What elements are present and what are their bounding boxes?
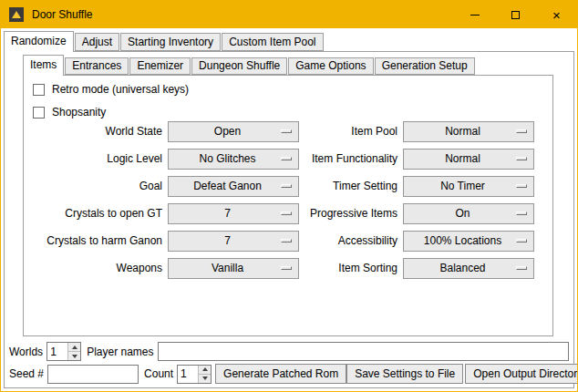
- progressive-items-label: Progressive Items: [306, 207, 397, 220]
- weapons-label: Weapons: [26, 262, 162, 274]
- spin-buttons: [67, 343, 80, 360]
- tab-dungeon-shuffle[interactable]: Dungeon Shuffle: [191, 57, 287, 75]
- checkbox-box: [33, 84, 45, 96]
- world-state-dropdown[interactable]: Open: [168, 121, 299, 142]
- worlds-spinbox[interactable]: [46, 342, 81, 361]
- crystals-harm-ganon-label: Crystals to harm Ganon: [26, 234, 162, 247]
- dropdown-indicator-icon: [516, 129, 527, 133]
- worlds-row: Worlds Player names: [9, 342, 569, 361]
- dropdown-value: Normal: [404, 125, 516, 138]
- outer-tab-bar: Randomize Adjust Starting Inventory Cust…: [4, 30, 325, 51]
- progressive-items-dropdown[interactable]: On: [403, 203, 534, 224]
- open-output-directory-button[interactable]: Open Output Directory: [465, 364, 578, 384]
- tab-randomize[interactable]: Randomize: [4, 31, 74, 52]
- timer-setting-dropdown[interactable]: No Timer: [403, 176, 534, 197]
- arrow-down-icon: [202, 377, 208, 380]
- tab-generation-setup[interactable]: Generation Setup: [375, 57, 475, 75]
- dropdown-indicator-icon: [516, 211, 527, 215]
- spin-down-button[interactable]: [199, 375, 211, 383]
- dropdown-indicator-icon: [516, 157, 527, 160]
- save-settings-button[interactable]: Save Settings to File: [346, 364, 463, 384]
- minimize-icon: [470, 15, 480, 15]
- worlds-input[interactable]: [47, 343, 67, 360]
- worlds-label: Worlds: [9, 346, 43, 358]
- checkbox-box: [33, 107, 45, 119]
- field-row: Goal Defeat Ganon Timer Setting No Timer: [26, 172, 551, 200]
- player-names-label: Player names: [87, 346, 153, 358]
- app-icon: [9, 7, 24, 22]
- tab-starting-inventory[interactable]: Starting Inventory: [120, 33, 221, 51]
- tab-items[interactable]: Items: [23, 55, 64, 76]
- tab-game-options[interactable]: Game Options: [288, 57, 373, 75]
- goal-dropdown[interactable]: Defeat Ganon: [168, 176, 299, 197]
- inner-tab-bar: Items Entrances Enemizer Dungeon Shuffle…: [23, 55, 476, 75]
- seed-row: Seed # Count Generate Patched Rom Save S…: [9, 364, 569, 384]
- dropdown-indicator-icon: [516, 266, 527, 270]
- randomize-tab-panel: Items Entrances Enemizer Dungeon Shuffle…: [4, 51, 574, 388]
- dropdown-value: 7: [169, 207, 281, 220]
- dropdown-value: 100% Locations: [404, 234, 516, 247]
- arrow-up-icon: [72, 346, 77, 349]
- tab-entrances[interactable]: Entrances: [65, 57, 129, 75]
- seed-input[interactable]: [47, 365, 139, 384]
- dropdown-value: Balanced: [404, 262, 516, 274]
- dropdown-indicator-icon: [281, 239, 292, 242]
- tab-custom-item-pool[interactable]: Custom Item Pool: [222, 33, 323, 51]
- maximize-icon: [511, 11, 520, 19]
- checkbox-label: Shopsanity: [52, 106, 106, 119]
- dropdown-indicator-icon: [281, 266, 292, 270]
- item-sorting-label: Item Sorting: [306, 262, 397, 274]
- accessibility-dropdown[interactable]: 100% Locations: [403, 231, 534, 252]
- field-row: Weapons Vanilla Item Sorting Balanced: [26, 254, 551, 282]
- triforce-icon: [12, 11, 21, 18]
- logic-level-dropdown[interactable]: No Glitches: [168, 149, 299, 170]
- window-title: Door Shuffle: [32, 8, 93, 21]
- field-row: Crystals to harm Ganon 7 Accessibility 1…: [26, 227, 551, 254]
- dropdown-indicator-icon: [281, 211, 292, 215]
- arrow-down-icon: [72, 355, 77, 358]
- spin-up-button[interactable]: [68, 343, 80, 352]
- dropdown-value: Defeat Ganon: [169, 180, 281, 192]
- window-controls: ×: [454, 1, 577, 28]
- item-pool-dropdown[interactable]: Normal: [403, 121, 534, 142]
- dropdown-value: On: [404, 207, 516, 220]
- count-spinbox[interactable]: [177, 365, 212, 384]
- field-row: Crystals to open GT 7 Progressive Items …: [26, 200, 551, 227]
- arrow-up-icon: [202, 367, 208, 371]
- dropdown-value: Vanilla: [169, 262, 281, 274]
- dropdown-indicator-icon: [281, 129, 292, 133]
- items-tab-panel: Retro mode (universal keys) Shopsanity W…: [23, 75, 553, 336]
- crystals-open-gt-label: Crystals to open GT: [26, 207, 162, 220]
- minimize-button[interactable]: [454, 1, 495, 28]
- close-icon: ×: [552, 8, 561, 22]
- crystals-open-gt-dropdown[interactable]: 7: [168, 203, 299, 224]
- accessibility-label: Accessibility: [306, 234, 397, 247]
- spin-down-button[interactable]: [68, 352, 80, 360]
- field-row: World State Open Item Pool Normal: [26, 118, 551, 145]
- dropdown-indicator-icon: [281, 184, 292, 188]
- item-functionality-dropdown[interactable]: Normal: [403, 149, 534, 170]
- dropdown-value: No Timer: [404, 180, 516, 192]
- maximize-button[interactable]: [495, 1, 536, 28]
- close-button[interactable]: ×: [536, 1, 577, 28]
- item-functionality-label: Item Functionality: [306, 152, 397, 165]
- app-window: Door Shuffle × Randomize Adjust Starting…: [0, 0, 578, 392]
- weapons-dropdown[interactable]: Vanilla: [168, 258, 299, 279]
- tab-enemizer[interactable]: Enemizer: [129, 57, 191, 75]
- tab-adjust[interactable]: Adjust: [75, 33, 119, 51]
- field-row: Logic Level No Glitches Item Functionali…: [26, 145, 551, 172]
- shopsanity-checkbox[interactable]: Shopsanity: [33, 106, 106, 119]
- retro-mode-checkbox[interactable]: Retro mode (universal keys): [33, 83, 189, 96]
- item-sorting-dropdown[interactable]: Balanced: [403, 258, 534, 279]
- generate-patched-rom-button[interactable]: Generate Patched Rom: [215, 364, 346, 384]
- seed-label: Seed #: [9, 367, 44, 380]
- count-input[interactable]: [178, 366, 198, 383]
- checkbox-label: Retro mode (universal keys): [52, 83, 189, 96]
- player-names-input[interactable]: [158, 342, 570, 361]
- spin-up-button[interactable]: [199, 366, 211, 375]
- dropdown-indicator-icon: [516, 184, 527, 188]
- dropdown-value: No Glitches: [169, 152, 281, 165]
- crystals-harm-ganon-dropdown[interactable]: 7: [168, 231, 299, 252]
- titlebar: Door Shuffle ×: [1, 1, 577, 28]
- timer-setting-label: Timer Setting: [306, 180, 397, 192]
